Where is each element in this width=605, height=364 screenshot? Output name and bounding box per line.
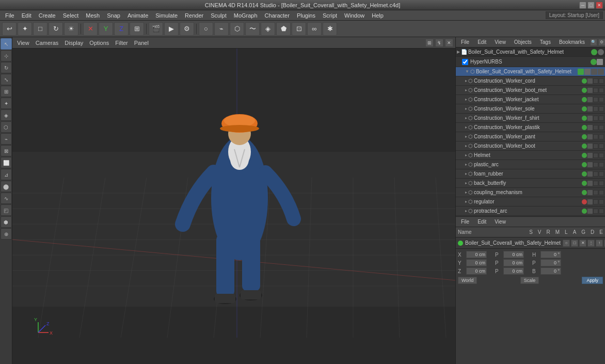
menu-window[interactable]: Window <box>341 11 368 20</box>
obj-render-dot[interactable] <box>587 171 593 177</box>
vis-dot-green[interactable] <box>591 49 597 55</box>
object-list-item[interactable]: ▸ ⬡ plastic_arc <box>456 160 605 169</box>
object-list-item[interactable]: ▸ ⬡ Construction_Worker_pant <box>456 132 605 141</box>
obj-vis-dot[interactable] <box>582 209 587 214</box>
menu-mesh[interactable]: Mesh <box>83 11 103 20</box>
obj-render-dot[interactable] <box>587 209 593 214</box>
maximize-button[interactable]: □ <box>587 2 595 9</box>
scale-tool[interactable]: ⤡ <box>1 74 12 85</box>
coord-x-input[interactable] <box>466 251 487 258</box>
tool6[interactable]: ✦ <box>1 98 12 109</box>
name-icon-4[interactable]: ⋮ <box>587 240 595 247</box>
om-settings-icon[interactable]: ⚙ <box>598 39 605 46</box>
name-icon-3[interactable]: ✕ <box>579 240 586 247</box>
obj-vis-dot[interactable] <box>582 199 587 204</box>
object-list-item[interactable]: ▸ ⬡ foam_rubber <box>456 169 605 179</box>
vp-icon-2[interactable]: ↯ <box>435 39 443 47</box>
menu-script[interactable]: Script <box>320 11 340 20</box>
object-list-item[interactable]: ▸ ⬡ Construction_Worker_cord <box>456 76 605 86</box>
vp-menu-filter[interactable]: Filter <box>113 39 130 47</box>
tool12[interactable]: ⊿ <box>1 169 12 180</box>
menu-edit[interactable]: Edit <box>19 11 35 20</box>
obj-vis-dot[interactable] <box>582 181 587 186</box>
object-list-item[interactable]: ▸ ⬡ Construction_Worker_plastik <box>456 123 605 132</box>
attr-file-menu[interactable]: File <box>458 218 472 225</box>
coord-py-input[interactable] <box>503 259 524 266</box>
nurbs-button[interactable]: ⌁ <box>214 22 229 36</box>
texture-button[interactable]: ◈ <box>261 22 275 36</box>
object-list-item[interactable]: ▸ ⬡ Construction_Worker_jacket <box>456 95 605 104</box>
obj-render-dot[interactable] <box>587 144 593 149</box>
object-list-item[interactable]: ▸ ⬡ leather <box>456 216 605 216</box>
object-list-item[interactable]: ▸ ⬡ back_butterfly <box>456 179 605 188</box>
om-edit-menu[interactable]: Edit <box>474 39 489 45</box>
coord-pz-input[interactable] <box>503 267 524 275</box>
name-icon-2[interactable]: □ <box>571 240 578 247</box>
menu-plugins[interactable]: Plugins <box>294 11 319 20</box>
vp-menu-display[interactable]: Display <box>62 39 86 47</box>
world-button[interactable]: World <box>458 277 477 284</box>
hypernurbs-checkbox[interactable] <box>462 59 468 65</box>
menu-file[interactable]: File <box>2 11 18 20</box>
om-file-menu[interactable]: File <box>458 39 472 45</box>
coord-b-input[interactable] <box>540 267 561 275</box>
object-list-item[interactable]: ▸ ⬡ Helmet <box>456 151 605 160</box>
obj-render-dot[interactable] <box>587 181 593 186</box>
vp-icon-3[interactable]: ✕ <box>445 39 453 47</box>
obj-vis-dot[interactable] <box>582 144 587 149</box>
top-file-row[interactable]: ▶ 📄 Boiler_Suit_Coverall_with_Safety_Hel… <box>456 48 605 57</box>
hyper-vis-dot[interactable] <box>591 59 597 65</box>
object-list-item[interactable]: ▸ ⬡ Construction_Worker_f_shirt <box>456 114 605 123</box>
menu-animate[interactable]: Animate <box>124 11 151 20</box>
obj-vis-dot[interactable] <box>582 153 587 158</box>
obj-render-dot[interactable] <box>587 97 593 102</box>
obj-vis-dot[interactable] <box>582 162 587 167</box>
film-button[interactable]: 🎬 <box>149 22 163 36</box>
apply-button[interactable]: Apply <box>582 277 603 284</box>
tool13[interactable]: ⬤ <box>1 181 12 192</box>
polygon-button[interactable]: ⬟ <box>276 22 291 36</box>
axis-all-button[interactable]: ⊞ <box>130 22 144 36</box>
y-axis-button[interactable]: Y <box>99 22 113 36</box>
minimize-button[interactable]: ─ <box>579 2 586 9</box>
obj-vis-dot[interactable] <box>582 171 587 177</box>
cube-button[interactable]: □ <box>33 22 47 36</box>
attr-view-menu[interactable]: View <box>491 218 509 225</box>
obj-vis-dot[interactable] <box>582 88 587 93</box>
tool5[interactable]: ⊞ <box>1 86 12 97</box>
sphere-button[interactable]: ○ <box>199 22 213 36</box>
render-button[interactable]: ▶ <box>164 22 179 36</box>
undo-button[interactable]: ↩ <box>2 22 17 36</box>
root-vis1[interactable] <box>578 69 584 75</box>
obj-vis-dot[interactable] <box>582 78 587 84</box>
obj-vis-dot[interactable] <box>582 97 587 102</box>
obj-render-dot[interactable] <box>587 199 593 204</box>
coord-h-input[interactable] <box>540 251 561 258</box>
floor-button[interactable]: ⊡ <box>292 22 306 36</box>
name-icon-1[interactable]: ○ <box>563 240 570 247</box>
rotate-tool[interactable]: ↻ <box>1 62 12 73</box>
camera-button[interactable]: ✱ <box>323 22 337 36</box>
spline-button[interactable]: 〜 <box>245 22 260 36</box>
coord-px-input[interactable] <box>503 251 524 258</box>
obj-vis-dot[interactable] <box>582 106 587 112</box>
om-bookmarks-menu[interactable]: Bookmarks <box>556 39 588 45</box>
obj-render-dot[interactable] <box>587 78 593 84</box>
tool8[interactable]: ⬡ <box>1 121 12 133</box>
obj-vis-dot[interactable] <box>582 125 587 130</box>
vp-menu-cameras[interactable]: Cameras <box>33 39 61 47</box>
viewport-canvas[interactable]: Perspective <box>12 49 455 364</box>
object-list-item[interactable]: ▸ ⬡ protracted_arc <box>456 207 605 216</box>
scale-button[interactable]: Scale <box>520 277 539 284</box>
tool9[interactable]: ⌁ <box>1 133 12 145</box>
obj-render-dot[interactable] <box>587 106 593 112</box>
menu-simulate[interactable]: Simulate <box>152 11 181 20</box>
om-search-icon[interactable]: 🔍 <box>590 39 597 46</box>
hypernurbs-row[interactable]: HyperNURBS <box>456 57 605 67</box>
root-vis2[interactable] <box>584 69 591 75</box>
vp-icon-1[interactable]: ⊞ <box>425 39 434 47</box>
tool17[interactable]: ⊕ <box>1 228 12 240</box>
light-button[interactable]: ☀ <box>64 22 78 36</box>
vp-menu-panel[interactable]: Panel <box>132 39 151 47</box>
render-settings-button[interactable]: ⚙ <box>180 22 194 36</box>
